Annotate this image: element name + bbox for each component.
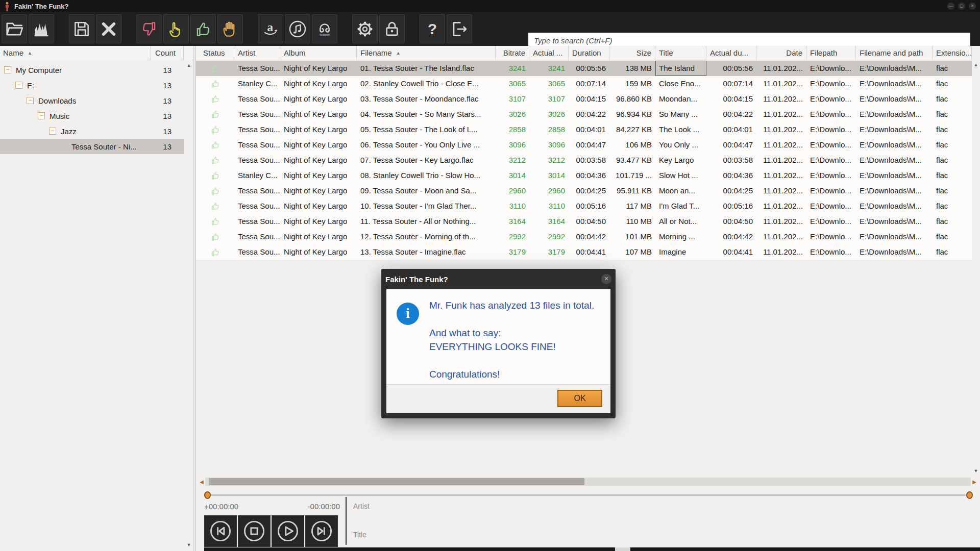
dialog-close-icon[interactable]: ✕ — [601, 274, 611, 284]
floppy-icon — [72, 19, 91, 39]
column-label: Bitrate — [503, 48, 525, 57]
tree-item[interactable]: Tessa Souter - Ni...13 — [0, 139, 184, 154]
header-bitrate[interactable]: Bitrate — [496, 46, 529, 60]
grid-header: StatusArtistAlbumFilename▲BitrateActual … — [196, 46, 972, 60]
header-duration[interactable]: Duration — [569, 46, 609, 60]
close-icon[interactable]: ✕ — [969, 3, 976, 10]
previous-track-button[interactable] — [204, 515, 237, 547]
header-status[interactable]: Status — [196, 46, 234, 60]
collapse-icon[interactable]: − — [4, 66, 11, 73]
table-row[interactable]: Tessa Sou...Night of Key Largo13. Tessa … — [196, 244, 972, 260]
maximize-icon[interactable]: ▢ — [958, 3, 965, 10]
dialog-message-line — [429, 312, 610, 326]
save-button[interactable] — [69, 14, 94, 43]
header-date[interactable]: Date — [756, 46, 806, 60]
collapse-icon[interactable]: − — [15, 82, 22, 89]
cell-artist: Tessa Sou... — [234, 183, 280, 198]
cell-actual_duration: 00:04:47 — [706, 137, 756, 153]
table-row[interactable]: Stanley C...Night of Key Largo08. Stanle… — [196, 168, 972, 183]
header-album[interactable]: Album — [280, 46, 357, 60]
tree-item[interactable]: −Downloads13 — [0, 93, 184, 108]
scroll-down-icon[interactable]: ▼ — [972, 467, 980, 475]
scroll-right-icon[interactable]: ▶ — [971, 479, 978, 485]
header-title[interactable]: Title — [655, 46, 706, 60]
scrollbar-thumb[interactable] — [209, 478, 584, 485]
table-row[interactable]: Tessa Sou...Night of Key Largo07. Tessa … — [196, 153, 972, 168]
pointing-hand-button[interactable] — [163, 14, 189, 43]
tree-item[interactable]: −Music13 — [0, 108, 184, 123]
itunes-button[interactable] — [285, 14, 310, 43]
minimize-icon[interactable]: — — [947, 3, 954, 10]
cell-size: 138 MB — [609, 61, 655, 76]
header-filename_and_path[interactable]: Filename and path — [856, 46, 933, 60]
header-actual_duration[interactable]: Actual du... — [706, 46, 756, 60]
amazon-button[interactable]: a — [258, 14, 283, 43]
header-filename[interactable]: Filename▲ — [357, 46, 496, 60]
cell-extension: flac — [933, 198, 972, 214]
scroll-up-icon[interactable]: ▲ — [972, 61, 980, 69]
cell-actual_duration: 00:04:50 — [706, 214, 756, 229]
header-size[interactable]: Size — [609, 46, 655, 60]
spectrum-button[interactable] — [29, 14, 54, 43]
seek-track[interactable] — [205, 494, 972, 496]
raised-hand-button[interactable] — [217, 14, 243, 43]
toolbar-group — [2, 14, 56, 43]
tree-item[interactable]: −My Computer13 — [0, 62, 184, 78]
table-row[interactable]: Tessa Sou...Night of Key Largo11. Tessa … — [196, 214, 972, 229]
scroll-down-icon[interactable]: ▼ — [185, 541, 193, 549]
stop-button[interactable] — [238, 515, 271, 547]
table-row[interactable]: Stanley C...Night of Key Largo02. Stanle… — [196, 76, 972, 91]
thumbs-up-button[interactable] — [190, 14, 216, 43]
tree-item[interactable]: −E:13 — [0, 78, 184, 93]
column-label: Duration — [572, 48, 601, 57]
message-dialog: Fakin' The Funk? ✕ i Mr. Funk has analyz… — [381, 269, 616, 418]
lock-button[interactable] — [379, 14, 405, 43]
header-actual_bitrate[interactable]: Actual ... — [529, 46, 569, 60]
cell-actual_duration: 00:04:36 — [706, 168, 756, 183]
table-row[interactable]: Tessa Sou...Night of Key Largo10. Tessa … — [196, 198, 972, 214]
next-track-button[interactable] — [305, 515, 338, 547]
cell-status — [196, 122, 234, 137]
cell-artist: Tessa Sou... — [234, 229, 280, 244]
scroll-up-icon[interactable]: ▲ — [185, 61, 193, 69]
cell-duration: 00:04:25 — [569, 183, 609, 198]
open-folder-button[interactable] — [2, 14, 27, 43]
scroll-left-icon[interactable]: ◀ — [198, 479, 205, 485]
thumbs-down-button[interactable] — [136, 14, 162, 43]
play-button[interactable] — [272, 515, 304, 547]
table-row[interactable]: Tessa Sou...Night of Key Largo03. Tessa … — [196, 91, 972, 107]
grid-vertical-scrollbar[interactable]: ▲ ▼ — [972, 61, 980, 475]
table-row[interactable]: Tessa Sou...Night of Key Largo05. Tessa … — [196, 122, 972, 137]
scrollbar-track[interactable] — [205, 478, 971, 486]
exit-button[interactable] — [447, 14, 472, 43]
header-extension[interactable]: Extensio... — [933, 46, 972, 60]
tree-header-name[interactable]: Name▲ — [0, 46, 151, 60]
cell-size: 159 MB — [609, 76, 655, 91]
table-row[interactable]: Tessa Sou...Night of Key Largo06. Tessa … — [196, 137, 972, 153]
seek-knob-start[interactable] — [204, 491, 211, 499]
beatport-button[interactable]: beatport — [312, 14, 337, 43]
header-filepath[interactable]: Filepath — [806, 46, 856, 60]
collapse-icon[interactable]: − — [38, 112, 45, 119]
cell-bitrate: 3179 — [496, 244, 529, 260]
tree-scrollbar[interactable]: ▲ ▼ — [185, 61, 193, 549]
table-row[interactable]: Tessa Sou...Night of Key Largo09. Tessa … — [196, 183, 972, 198]
seek-knob-end[interactable] — [966, 491, 973, 499]
tree-header-count[interactable]: Count — [151, 46, 184, 60]
settings-button[interactable] — [352, 14, 378, 43]
cell-actual_duration: 00:07:14 — [706, 76, 756, 91]
tree-item[interactable]: −Jazz13 — [0, 123, 184, 139]
cell-date: 11.01.202... — [756, 229, 806, 244]
table-row[interactable]: Tessa Sou...Night of Key Largo01. Tessa … — [196, 61, 972, 76]
ok-button[interactable]: OK — [557, 390, 602, 407]
seek-slider[interactable] — [204, 491, 973, 499]
table-row[interactable]: Tessa Sou...Night of Key Largo04. Tessa … — [196, 107, 972, 122]
grid-horizontal-scrollbar[interactable]: ◀ ▶ — [198, 477, 978, 486]
collapse-icon[interactable]: − — [49, 128, 56, 135]
collapse-icon[interactable]: − — [27, 97, 34, 104]
delete-button[interactable] — [96, 14, 121, 43]
header-artist[interactable]: Artist — [234, 46, 280, 60]
help-button[interactable]: ? — [420, 14, 445, 43]
table-row[interactable]: Tessa Sou...Night of Key Largo12. Tessa … — [196, 229, 972, 244]
x-icon — [99, 19, 118, 39]
